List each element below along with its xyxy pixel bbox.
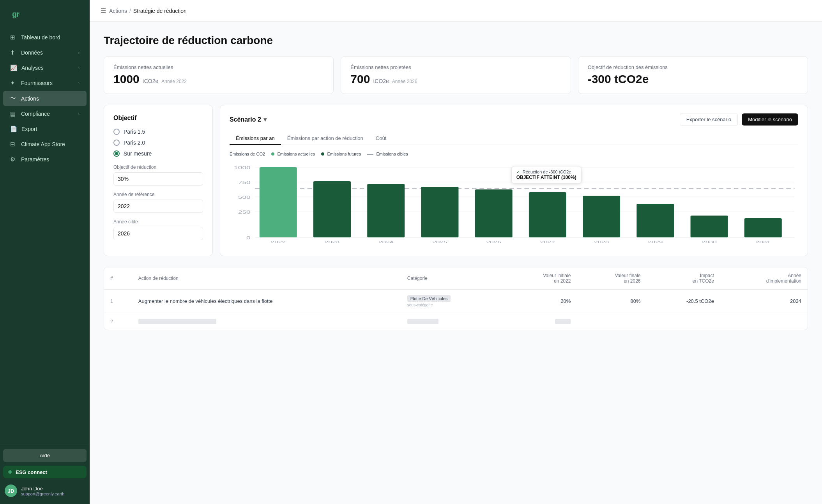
actions-icon: 〜 [10, 95, 17, 102]
tab-cout[interactable]: Coût [369, 132, 392, 145]
sidebar-item-label: Tableau de bord [21, 34, 60, 41]
legend-co2-label: Émissions de CO2 [230, 152, 265, 156]
svg-text:2031: 2031 [756, 240, 771, 244]
scenario-title-row: Scénario 2 ▾ [230, 116, 267, 123]
input-anneeCible[interactable] [113, 227, 203, 240]
bar-2027 [529, 192, 566, 237]
bar-2029 [636, 204, 674, 237]
chevron-right-icon: › [78, 81, 80, 85]
table-row-loading: 2 [104, 313, 808, 330]
radio-surMesure[interactable]: Sur mesure [113, 150, 203, 157]
legend-dot-actuelles [271, 152, 274, 156]
sidebar-item-donnees[interactable]: ⬆ Données › [3, 45, 87, 60]
svg-text:2023: 2023 [325, 240, 340, 244]
settings-icon: ⚙ [10, 156, 17, 163]
kpi-number-1: 1000 [113, 73, 140, 86]
loading-bar [407, 319, 438, 324]
logo: gr· [8, 8, 24, 20]
sidebar-item-label: Compliance [21, 111, 50, 117]
chart-container: ✓ Réduction de -300 tCO2e OBJECTIF ATTEI… [230, 161, 798, 247]
radio-label-surMesure: Sur mesure [124, 150, 152, 157]
kpi-label-2: Émissions nettes projetées [350, 64, 561, 70]
sidebar-item-fournisseurs[interactable]: ✦ Fournisseurs › [3, 76, 87, 90]
cell-impact-1: -20.5 tCO2e [647, 290, 720, 313]
logo-area: gr· [0, 0, 90, 27]
modify-scenario-button[interactable]: Modifier le scénario [742, 113, 798, 126]
esg-connect-badge: ✚ ESG connect [3, 466, 87, 478]
table-row: 1 Augmenter le nombre de véhicules élect… [104, 290, 808, 313]
kpi-card-objectif: Objectif de réduction des émissions -300… [578, 56, 808, 94]
chevron-down-icon[interactable]: ▾ [263, 116, 267, 123]
chevron-right-icon: › [78, 66, 80, 70]
chart-tabs: Émissions par an Émissions par action de… [230, 132, 798, 145]
loading-bar [138, 319, 216, 324]
breadcrumb-separator: / [129, 8, 131, 14]
sidebar-toggle-icon[interactable]: ☰ [101, 7, 106, 14]
input-anneeRef[interactable] [113, 200, 203, 213]
tooltip-line1: ✓ Réduction de -300 tCO2e [516, 170, 576, 175]
chevron-right-icon: › [78, 112, 80, 116]
sidebar: gr· ⊞ Tableau de bord ⬆ Données › 📈 Anal… [0, 0, 90, 504]
content-area: Trajectoire de réduction carbone Émissio… [90, 22, 822, 504]
svg-text:2024: 2024 [378, 240, 394, 244]
user-profile[interactable]: JD John Doe support@greenly.earth [3, 482, 87, 499]
radio-circle-surMesure [113, 150, 120, 157]
bar-2022 [260, 167, 297, 237]
sidebar-item-analyses[interactable]: 📈 Analyses › [3, 60, 87, 75]
kpi-value-2: 700 tCO2e Année 2026 [350, 73, 561, 86]
radio-paris15[interactable]: Paris 1.5 [113, 129, 203, 135]
cell-categorie-1: Flotte De Véhicules sous-catégorie [401, 290, 504, 313]
kpi-label-1: Émissions nettes actuelles [113, 64, 324, 70]
svg-text:2025: 2025 [432, 240, 447, 244]
legend-dot-futures [321, 152, 324, 156]
legend-dashed-cibles [367, 154, 373, 155]
sidebar-item-label: Fournisseurs [21, 80, 53, 86]
cell-valeur-initiale-2 [503, 313, 577, 330]
fournisseurs-icon: ✦ [10, 80, 17, 87]
export-scenario-button[interactable]: Exporter le scénario [680, 113, 738, 126]
kpi-card-emissions-projetees: Émissions nettes projetées 700 tCO2e Ann… [341, 56, 571, 94]
scenario-actions: Exporter le scénario Modifier le scénari… [680, 113, 798, 126]
sidebar-item-label: Export [21, 126, 37, 132]
bar-2031 [744, 218, 782, 237]
radio-circle-paris20 [113, 140, 120, 146]
sidebar-item-tableau[interactable]: ⊞ Tableau de bord [3, 30, 87, 45]
scenario-title-text: Scénario 2 [230, 116, 261, 123]
sidebar-item-climate[interactable]: ⊟ Climate App Store [3, 137, 87, 152]
bar-2023 [313, 181, 351, 237]
breadcrumb-parent[interactable]: Actions [109, 8, 127, 14]
radio-label-paris20: Paris 2.0 [124, 140, 145, 146]
logo-dot: · [19, 12, 20, 16]
kpi-number-3: -300 tCO2e [588, 73, 649, 86]
radio-paris20[interactable]: Paris 2.0 [113, 140, 203, 146]
kpi-value-1: 1000 tCO2e Année 2022 [113, 73, 324, 86]
dashboard-icon: ⊞ [10, 34, 17, 41]
svg-text:2029: 2029 [648, 240, 663, 244]
radio-dot-surMesure [115, 152, 118, 155]
cell-valeur-finale-1: 80% [577, 290, 647, 313]
cell-action-2 [132, 313, 401, 330]
input-reduction[interactable] [113, 172, 203, 186]
breadcrumb-current: Stratégie de réduction [133, 8, 187, 14]
bar-2024 [367, 184, 405, 237]
sidebar-item-label: Climate App Store [21, 141, 65, 147]
kpi-value-3: -300 tCO2e [588, 73, 798, 86]
svg-text:250: 250 [238, 210, 251, 214]
sidebar-item-actions[interactable]: 〜 Actions [3, 91, 87, 106]
svg-text:2026: 2026 [486, 240, 501, 244]
svg-text:2030: 2030 [702, 240, 717, 244]
col-valeur-initiale: Valeur initialeen 2022 [503, 267, 577, 290]
tab-emissions-par-action[interactable]: Émissions par action de réduction [281, 132, 369, 145]
help-button[interactable]: Aide [3, 449, 87, 462]
sidebar-nav: ⊞ Tableau de bord ⬆ Données › 📈 Analyses… [0, 27, 90, 444]
sidebar-item-compliance[interactable]: ▤ Compliance › [3, 106, 87, 121]
user-name: John Doe [21, 486, 85, 492]
svg-text:2022: 2022 [271, 240, 286, 244]
bar-2026 [475, 189, 513, 237]
avatar: JD [5, 485, 17, 497]
field-reduction: Objectif de réduction [113, 164, 203, 186]
sidebar-item-parametres[interactable]: ⚙ Paramètres [3, 152, 87, 167]
tab-emissions-par-an[interactable]: Émissions par an [230, 132, 281, 145]
sidebar-item-export[interactable]: 📄 Export [3, 122, 87, 136]
bar-2030 [691, 216, 728, 237]
